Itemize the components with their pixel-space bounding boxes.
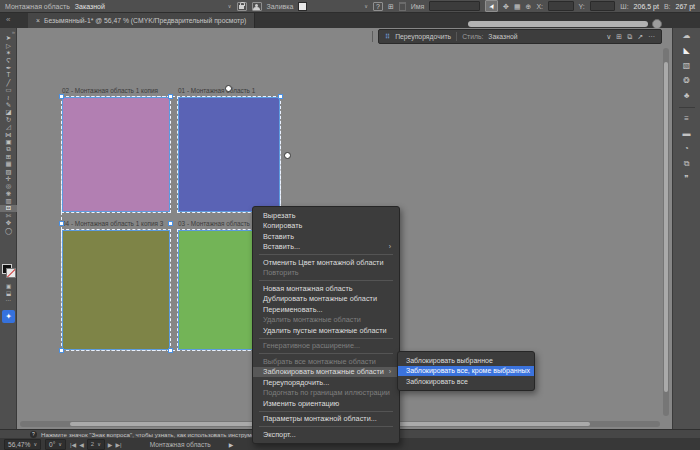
more-tools-button[interactable]: ⋯ [0,296,17,303]
selection-handle[interactable] [59,94,64,99]
submenu-item-lock-all-except-selected[interactable]: Заблокировать все, кроме выбранных [398,366,534,377]
height-value[interactable]: 267 pt [676,3,695,10]
next-artboard-button[interactable]: ▶ [108,441,113,448]
mesh-tool[interactable]: ▦ [0,161,17,168]
floating-scrollbar[interactable] [468,21,648,27]
artboard-options-button[interactable] [252,2,262,11]
fill-stroke-indicator[interactable] [2,264,15,277]
menu-item-delete-empty-artboards[interactable]: Удалить пустые монтажные области [253,325,399,336]
artboard-label-03[interactable]: 03 - Монтажная область 1 [178,220,255,227]
chevron-down-icon: ∨ [33,442,37,447]
stroke-color-well[interactable] [6,268,16,278]
new-artboard-button[interactable]: ⊞ [388,3,394,10]
menu-item-lock-artboards[interactable]: Заблокировать монтажные области› [253,367,399,378]
transparency-panel-icon[interactable]: ◔ [684,145,689,153]
first-artboard-button[interactable]: |◀ [70,441,76,448]
zoom-level-dropdown[interactable]: 56,47%∨ [4,439,41,450]
menu-separator [259,353,393,354]
artboard-label-04[interactable]: 04 - Монтажная область 1 копия 3 [62,220,163,227]
menu-item-copy[interactable]: Копировать [253,221,399,232]
active-tool-label: Монтажная область [5,3,70,10]
fill-label: Заливка [267,3,294,10]
artboard-02[interactable] [62,97,170,212]
help-button[interactable]: ? [373,2,383,11]
x-input[interactable] [548,1,573,11]
comments-panel-icon[interactable]: ❞ [684,175,688,183]
move-icon[interactable]: ✥ [503,3,509,10]
draw-mode-button[interactable]: ▣ [0,282,17,289]
rotation-dropdown[interactable]: 0°∨ [45,439,66,450]
more-options-icon[interactable]: ⋯ [648,33,655,41]
style-value[interactable]: Заказной [488,33,517,40]
preset-dropdown[interactable]: Заказной [75,3,105,10]
gradient-panel-icon[interactable]: ▬ [683,130,691,138]
name-label: Имя [411,3,425,10]
width-value[interactable]: 206,5 pt [634,3,659,10]
artboard-04[interactable] [62,230,170,350]
grid-icon[interactable]: ▦ [514,3,521,10]
menu-item-artboard-options[interactable]: Параметры монтажной области... [253,414,399,425]
selection-handle[interactable] [59,221,64,226]
menu-item-rename[interactable]: Переименовать... [253,304,399,315]
artboard-label-02[interactable]: 02 - Монтажная область 1 копия [62,87,158,94]
menu-item-duplicate-artboards[interactable]: Дублировать монтажные области [253,294,399,305]
properties-panel-icon[interactable]: ◣ [683,47,689,55]
selection-handle[interactable] [168,221,173,226]
menu-item-cut[interactable]: Вырезать [253,210,399,221]
rotate-handle[interactable] [284,152,291,159]
pattern-panel-icon[interactable]: ❂ [683,77,690,85]
submenu-item-lock-all[interactable]: Заблокировать все [398,376,534,387]
rearrange-button[interactable]: Переупорядочить [395,33,451,40]
delete-artboard-button[interactable] [399,2,406,11]
previous-artboard-button[interactable]: ◀ [79,441,84,448]
color-panel-icon[interactable]: ▧ [683,62,691,70]
menu-item-paste-special[interactable]: Вставить...› [253,242,399,253]
menu-item-export[interactable]: Экспорт... [253,429,399,440]
selection-handle[interactable] [59,348,64,353]
selection-handle[interactable] [168,94,173,99]
artboard-name-input[interactable] [429,1,480,11]
menu-item-paste[interactable]: Вставить [253,231,399,242]
tab-close-icon[interactable]: × [36,17,40,24]
style-caret-icon[interactable]: ∨ [606,33,611,41]
selection-handle[interactable] [278,94,283,99]
artboard-number-dropdown[interactable]: 2∨ [87,439,105,450]
duplicate-icon[interactable]: ⧉ [627,33,632,41]
zoom-tool[interactable]: ◯ [0,227,17,234]
status-more-arrow-icon[interactable]: ▶ [229,441,234,448]
stroke-panel-icon[interactable]: ≡ [684,115,689,123]
reference-point-icon[interactable]: ⊕ [526,3,532,10]
scale-tool[interactable]: ◿ [0,124,17,131]
menu-item-undo-color[interactable]: Отменить Цвет монтажной области [253,257,399,268]
asset-export-panel-icon[interactable]: ♣ [684,92,689,100]
panel-dock: ☁ ◣ ▧ ❂ ♣ ≡ ▬ ◔ ⧉ ❞ [672,28,700,429]
grid-view-icon[interactable]: ⊞ [616,33,622,41]
symbols-panel-icon[interactable]: ⧉ [684,160,690,168]
menu-item-change-orientation[interactable]: Изменить ориентацию [253,398,399,409]
cursor-icon: ➤ [487,2,496,11]
screen-mode-button[interactable]: ⬓ [0,289,17,296]
share-cloud-icon[interactable]: ☁ [683,32,691,40]
rotate-handle[interactable] [225,85,232,92]
status-indicator-label[interactable]: Монтажная область [150,441,211,448]
fill-caret-icon[interactable]: ∨ [364,4,368,9]
lock-submenu: Заблокировать выбранное Заблокировать вс… [397,351,535,391]
person-icon [255,4,258,7]
last-artboard-button[interactable]: ▶| [115,441,121,448]
submenu-item-lock-selected[interactable]: Заблокировать выбранное [398,355,534,366]
vertical-scrollbar-thumb[interactable] [664,62,668,392]
export-icon[interactable]: ↗ [637,33,643,41]
selection-handle[interactable] [168,348,173,353]
artboard-label-01[interactable]: 01 - Монтажная область 1 [178,87,255,94]
panel-collapse-icon[interactable]: « [6,15,10,24]
preset-caret-icon[interactable]: ∨ [228,4,232,9]
menu-item-rearrange[interactable]: Переупорядочить... [253,377,399,388]
artboard-01[interactable] [178,97,280,212]
y-input[interactable] [590,1,615,11]
move-artwork-toggle[interactable]: ➤ [485,0,498,12]
generative-ai-button[interactable]: ✦ [2,310,15,323]
menu-item-new-artboard[interactable]: Новая монтажная область [253,283,399,294]
lock-artwork-button[interactable] [237,2,247,11]
document-tab[interactable]: × Безымянный-1* @ 56,47 % (CMYK/Предвари… [28,13,255,28]
fill-swatch[interactable] [298,2,307,11]
